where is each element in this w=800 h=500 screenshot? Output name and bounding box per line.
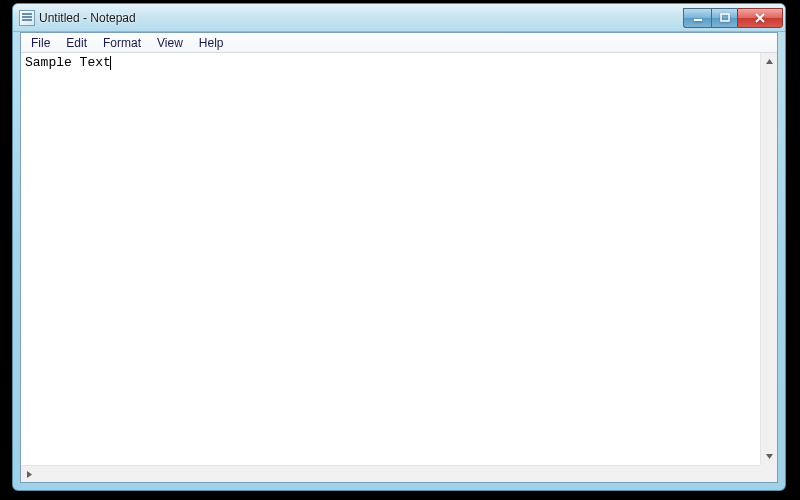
menu-view[interactable]: View [149,34,191,52]
scroll-right-button[interactable] [21,466,38,482]
chevron-right-icon [25,470,34,479]
scroll-up-button[interactable] [761,53,777,70]
svg-marker-3 [766,454,773,459]
titlebar[interactable]: Untitled - Notepad [13,4,785,32]
maximize-button[interactable] [711,8,737,28]
menu-edit[interactable]: Edit [58,34,95,52]
minimize-button[interactable] [683,8,711,28]
horizontal-scrollbar[interactable] [21,465,760,482]
menu-file[interactable]: File [23,34,58,52]
chevron-up-icon [765,57,774,66]
menubar: File Edit Format View Help [21,33,777,53]
hscroll-track[interactable] [21,466,760,482]
scroll-corner [760,465,777,482]
notepad-icon [19,10,35,26]
scroll-down-button[interactable] [761,448,777,465]
svg-rect-1 [721,14,729,21]
svg-marker-2 [766,59,773,64]
editor-area: Sample Text [21,53,777,465]
client-area: File Edit Format View Help Sample Text [20,32,778,483]
text-cursor [110,56,111,70]
minimize-icon [693,13,703,23]
menu-help[interactable]: Help [191,34,232,52]
vertical-scrollbar[interactable] [760,53,777,465]
window-title: Untitled - Notepad [39,11,683,25]
text-editor[interactable]: Sample Text [21,53,760,465]
maximize-icon [720,13,730,23]
close-button[interactable] [737,8,783,28]
close-icon [754,13,766,23]
svg-rect-0 [694,19,702,21]
window-controls [683,8,783,28]
chevron-down-icon [765,452,774,461]
menu-format[interactable]: Format [95,34,149,52]
app-window: Untitled - Notepad File Edit Format View… [12,3,786,491]
svg-marker-5 [27,471,32,478]
editor-content: Sample Text [25,55,111,70]
